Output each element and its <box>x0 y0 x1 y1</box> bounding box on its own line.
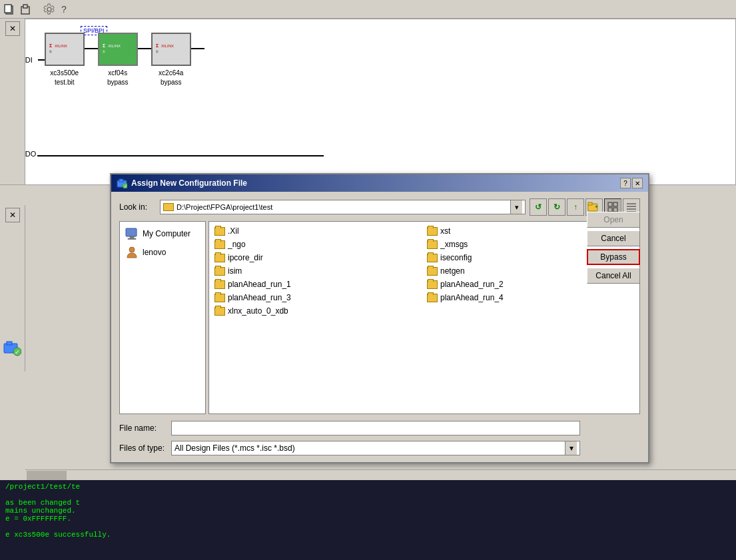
bypass-button[interactable]: Bypass <box>587 249 640 265</box>
chip-label-1: xc3s500etest.bit <box>50 69 79 87</box>
svg-rect-24 <box>588 202 592 205</box>
cancel-button[interactable]: Cancel <box>587 230 640 246</box>
nav-back-btn[interactable]: ↺ <box>530 198 547 216</box>
dialog-help-btn[interactable]: ? <box>620 178 631 188</box>
file-browser: My Computer lenovo .Xil <box>119 221 640 414</box>
svg-rect-35 <box>130 236 134 238</box>
svg-text:Σ: Σ <box>49 43 52 48</box>
folder-icon <box>214 227 225 236</box>
file-item-ngo[interactable]: _ngo <box>212 238 424 251</box>
nav-item-mycomputer[interactable]: My Computer <box>123 224 202 243</box>
svg-text:+: + <box>595 204 598 210</box>
folder-icon-lookin <box>163 203 174 211</box>
svg-point-37 <box>129 247 135 252</box>
nav-item-mycomputer-label: My Computer <box>143 229 190 238</box>
look-in-combo[interactable]: D:\Project\FPGA\project1\test ▾ <box>160 200 526 214</box>
settings-icon[interactable] <box>43 3 56 16</box>
svg-text:®: ® <box>103 50 105 54</box>
dialog-icon: ✓ <box>117 178 127 188</box>
svg-text:®: ® <box>156 50 159 54</box>
console-area: /project1/test/te as been changed t main… <box>0 480 736 560</box>
file-item-isim[interactable]: isim <box>212 264 424 278</box>
file-name: .Xil <box>228 226 239 236</box>
jtag-chain: TDI Σ XILINX ® xc3s500etest.bit <box>1 19 735 101</box>
left-panel-bottom: ✕ ✓ <box>0 205 25 372</box>
folder-icon <box>214 280 225 289</box>
dialog-title-text: Assign New Configuration File <box>131 178 247 188</box>
file-item-ipcore[interactable]: ipcore_dir <box>212 251 424 264</box>
h-scrollbar-thumb[interactable] <box>27 471 67 480</box>
cancel-all-button[interactable]: Cancel All <box>587 268 640 284</box>
panel-close-btn[interactable]: ✕ <box>5 21 20 36</box>
main-toolbar: ? <box>0 0 736 19</box>
paste-icon[interactable] <box>19 3 32 16</box>
folder-icon <box>427 267 438 276</box>
folder-icon <box>214 254 225 262</box>
look-in-row: Look in: D:\Project\FPGA\project1\test ▾… <box>119 198 640 216</box>
svg-text:XILINX: XILINX <box>55 44 67 48</box>
svg-text:?: ? <box>61 4 67 15</box>
filename-row: File name: <box>119 421 640 435</box>
look-in-label: Look in: <box>119 202 156 212</box>
file-item-planahead1[interactable]: planAhead_run_1 <box>212 278 424 291</box>
look-in-dropdown-btn[interactable]: ▾ <box>510 200 522 214</box>
filetype-row: Files of type: All Design Files (*.mcs *… <box>119 441 640 455</box>
svg-rect-27 <box>613 202 617 206</box>
file-item-xlnx[interactable]: xlnx_auto_0_xdb <box>212 304 424 318</box>
chip-xcf04s[interactable]: Σ XILINX ® xcf04sbypass <box>98 33 138 87</box>
svg-rect-1 <box>5 5 11 13</box>
tdo-line <box>37 155 324 156</box>
folder-icon <box>214 294 225 302</box>
folder-icon <box>427 294 438 302</box>
svg-rect-3 <box>23 5 27 8</box>
person-icon <box>125 246 139 259</box>
dialog-body: Look in: D:\Project\FPGA\project1\test ▾… <box>111 192 648 462</box>
svg-text:XILINX: XILINX <box>108 44 121 48</box>
help-icon[interactable]: ? <box>59 3 72 16</box>
file-list: .Xil xst _ngo _xmsgs ipcore_dir <box>208 221 640 414</box>
svg-text:Σ: Σ <box>103 43 105 48</box>
filetype-value: All Design Files (*.mcs *.isc *.bsd) <box>175 443 565 453</box>
folder-icon <box>427 240 438 249</box>
file-item-planahead3[interactable]: planAhead_run_3 <box>212 291 424 304</box>
horizontal-scrollbar[interactable] <box>25 469 736 480</box>
file-name: planAhead_run_4 <box>440 293 504 302</box>
nav-forward-btn[interactable]: ↻ <box>548 198 565 216</box>
nav-item-lenovo-label: lenovo <box>143 248 166 257</box>
svg-text:✓: ✓ <box>15 349 20 356</box>
chip-xc2c64a[interactable]: Σ XILINX ® xc2c64abypass <box>151 33 191 87</box>
file-name: xst <box>440 226 450 236</box>
nav-up-btn[interactable]: ↑ <box>567 198 584 216</box>
nav-item-lenovo[interactable]: lenovo <box>123 243 202 262</box>
assign-config-dialog: ✓ Assign New Configuration File ? ✕ Look… <box>110 173 649 463</box>
jtag-canvas: SPI/BPI TDI Σ XILINX ® xc3s500etest.bit <box>0 19 736 185</box>
console-line-6 <box>5 523 731 531</box>
file-name: xlnx_auto_0_xdb <box>228 306 288 316</box>
panel-bottom-icon[interactable]: ✓ <box>3 338 23 358</box>
dialog-close-btn[interactable]: ✕ <box>632 178 643 188</box>
dialog-title-controls: ? ✕ <box>620 178 643 188</box>
file-item-xil[interactable]: .Xil <box>212 224 424 238</box>
computer-icon <box>125 227 139 240</box>
chip-xc3s500e[interactable]: Σ XILINX ® xc3s500etest.bit <box>45 33 85 87</box>
filetype-label: Files of type: <box>119 443 166 453</box>
svg-text:XILINX: XILINX <box>161 44 174 48</box>
file-item-planahead4[interactable]: planAhead_run_4 <box>424 291 637 304</box>
filetype-combo[interactable]: All Design Files (*.mcs *.isc *.bsd) ▾ <box>171 441 580 455</box>
filetype-dropdown-btn[interactable]: ▾ <box>565 441 577 455</box>
console-line-1: /project1/test/te <box>5 483 731 491</box>
panel-close-btn-2[interactable]: ✕ <box>5 208 20 222</box>
file-name: ipcore_dir <box>228 253 263 262</box>
chip-label-2: xcf04sbypass <box>107 69 129 87</box>
filename-input[interactable] <box>171 421 580 435</box>
svg-rect-26 <box>608 202 612 206</box>
console-line-3: as been changed t <box>5 499 731 507</box>
svg-point-4 <box>47 7 51 11</box>
svg-text:®: ® <box>49 50 52 54</box>
file-name: _xmsgs <box>440 240 468 249</box>
open-button[interactable]: Open <box>587 212 640 228</box>
console-line-4: mains unchanged. <box>5 507 731 515</box>
dialog-titlebar: ✓ Assign New Configuration File ? ✕ <box>111 174 648 192</box>
copy-icon[interactable] <box>3 3 16 16</box>
file-name: iseconfig <box>440 253 472 262</box>
